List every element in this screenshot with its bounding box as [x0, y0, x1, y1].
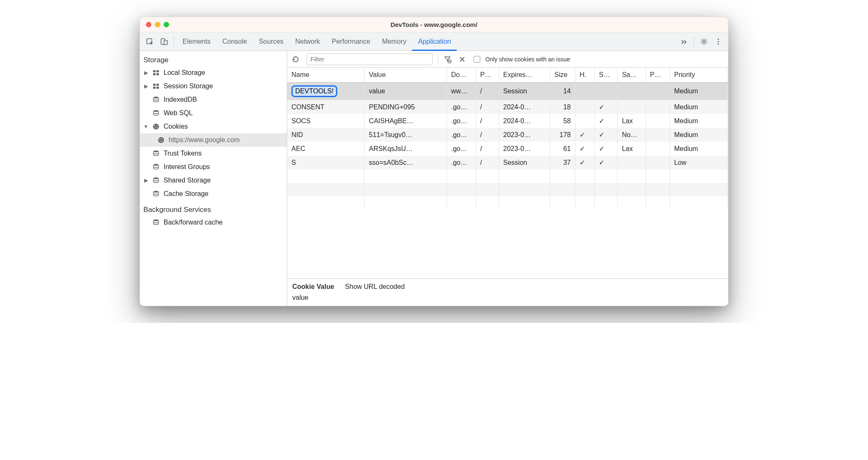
cell-path[interactable]: /: [476, 100, 499, 114]
sidebar-item-cookies[interactable]: ▼Cookies: [140, 120, 287, 133]
col-header[interactable]: Value: [365, 68, 447, 82]
cell-domain[interactable]: .go…: [447, 128, 476, 142]
cell-size[interactable]: 14: [550, 82, 575, 100]
cookie-name-edit[interactable]: DEVTOOLS!: [291, 85, 337, 97]
clear-all-icon[interactable]: [458, 56, 468, 63]
sidebar-item-indexeddb[interactable]: IndexedDB: [140, 93, 287, 106]
col-header[interactable]: Name: [287, 68, 365, 82]
cell-priority[interactable]: Medium: [670, 100, 728, 114]
cell-priority[interactable]: Medium: [670, 114, 728, 128]
cell-same[interactable]: [617, 100, 646, 114]
cell-secure[interactable]: ✓: [595, 114, 618, 128]
cell-secure[interactable]: [595, 82, 618, 100]
cell-expires[interactable]: Session: [499, 82, 550, 100]
col-header[interactable]: Sa…: [617, 68, 646, 82]
col-header[interactable]: Expires…: [499, 68, 550, 82]
table-row[interactable]: NID511=Tsugv0….go…/2023-0…178✓✓No…Medium: [287, 128, 728, 142]
table-row[interactable]: CONSENTPENDING+095.go…/2024-0…18✓Medium: [287, 100, 728, 114]
cell-path[interactable]: /: [476, 82, 499, 100]
cell-size[interactable]: 37: [550, 156, 575, 169]
cell-same[interactable]: [617, 82, 646, 100]
tab-elements[interactable]: Elements: [177, 32, 217, 51]
sidebar-item-https-www-google-com[interactable]: https://www.google.com: [140, 133, 287, 147]
cell-expires[interactable]: 2023-0…: [499, 128, 550, 142]
table-row[interactable]: SOCSCAISHAgBE….go…/2024-0…58✓LaxMedium: [287, 114, 728, 128]
cell-same[interactable]: No…: [617, 128, 646, 142]
cell-http[interactable]: [575, 82, 595, 100]
col-header[interactable]: S…: [595, 68, 618, 82]
cell-same[interactable]: Lax: [617, 142, 646, 156]
cell-value[interactable]: 511=Tsugv0…: [365, 128, 447, 142]
cell-value[interactable]: ARSKqsJsU…: [365, 142, 447, 156]
cell-expires[interactable]: 2024-0…: [499, 100, 550, 114]
table-row[interactable]: Ssso=sA0bSc….go…/Session37✓✓Low: [287, 156, 728, 169]
minimize-window-button[interactable]: [155, 22, 160, 27]
inspect-element-icon[interactable]: [143, 34, 157, 49]
cell-part[interactable]: [646, 114, 670, 128]
cell-path[interactable]: /: [476, 156, 499, 169]
cell-name[interactable]: CONSENT: [287, 100, 365, 114]
clear-filter-icon[interactable]: [443, 55, 453, 63]
zoom-window-button[interactable]: [164, 22, 169, 27]
cell-size[interactable]: 18: [550, 100, 575, 114]
col-header[interactable]: P…: [646, 68, 670, 82]
cell-name[interactable]: S: [287, 156, 365, 169]
cell-value[interactable]: CAISHAgBE…: [365, 114, 447, 128]
cell-part[interactable]: [646, 128, 670, 142]
device-toggle-icon[interactable]: [157, 34, 171, 49]
settings-gear-icon[interactable]: [697, 34, 711, 49]
cell-name[interactable]: DEVTOOLS!: [287, 82, 365, 100]
cell-same[interactable]: [617, 156, 646, 169]
more-tabs-chevron-icon[interactable]: [677, 34, 691, 49]
cell-value[interactable]: sso=sA0bSc…: [365, 156, 447, 169]
cell-name[interactable]: NID: [287, 128, 365, 142]
cell-http[interactable]: ✓: [575, 128, 595, 142]
cell-http[interactable]: [575, 114, 595, 128]
cell-value[interactable]: value: [365, 82, 447, 100]
cell-part[interactable]: [646, 100, 670, 114]
cell-path[interactable]: /: [476, 142, 499, 156]
cell-domain[interactable]: .go…: [447, 142, 476, 156]
tab-network[interactable]: Network: [289, 32, 326, 51]
col-header[interactable]: Size: [550, 68, 575, 82]
cell-same[interactable]: Lax: [617, 114, 646, 128]
col-header[interactable]: Priority: [670, 68, 728, 82]
cell-size[interactable]: 58: [550, 114, 575, 128]
cell-priority[interactable]: Medium: [670, 82, 728, 100]
cell-domain[interactable]: .go…: [447, 114, 476, 128]
cell-expires[interactable]: Session: [499, 156, 550, 169]
cell-http[interactable]: [575, 100, 595, 114]
sidebar-item-shared-storage[interactable]: ▶Shared Storage: [140, 174, 287, 187]
tab-application[interactable]: Application: [412, 32, 457, 51]
sidebar-item-cache-storage[interactable]: Cache Storage: [140, 187, 287, 201]
cell-priority[interactable]: Low: [670, 156, 728, 169]
only-issue-checkbox[interactable]: [474, 56, 480, 63]
cell-domain[interactable]: ww…: [447, 82, 476, 100]
table-row[interactable]: AECARSKqsJsU….go…/2023-0…61✓✓LaxMedium: [287, 142, 728, 156]
cell-name[interactable]: AEC: [287, 142, 365, 156]
cell-size[interactable]: 178: [550, 128, 575, 142]
cell-part[interactable]: [646, 142, 670, 156]
filter-input[interactable]: [307, 53, 433, 65]
cell-domain[interactable]: .go…: [447, 156, 476, 169]
kebab-menu-icon[interactable]: [711, 34, 725, 49]
close-window-button[interactable]: [146, 22, 151, 27]
cell-domain[interactable]: .go…: [447, 100, 476, 114]
cell-http[interactable]: ✓: [575, 156, 595, 169]
table-row[interactable]: DEVTOOLS!valueww…/Session14Medium: [287, 82, 728, 100]
cell-priority[interactable]: Medium: [670, 142, 728, 156]
cell-expires[interactable]: 2023-0…: [499, 142, 550, 156]
cell-part[interactable]: [646, 156, 670, 169]
cell-secure[interactable]: ✓: [595, 156, 618, 169]
cell-priority[interactable]: Medium: [670, 128, 728, 142]
sidebar-item-back-forward-cache[interactable]: Back/forward cache: [140, 216, 287, 229]
cell-path[interactable]: /: [476, 128, 499, 142]
sidebar-item-interest-groups[interactable]: Interest Groups: [140, 160, 287, 174]
sidebar-item-session-storage[interactable]: ▶Session Storage: [140, 79, 287, 93]
cell-expires[interactable]: 2024-0…: [499, 114, 550, 128]
cell-http[interactable]: ✓: [575, 142, 595, 156]
tab-console[interactable]: Console: [217, 32, 253, 51]
sidebar-item-local-storage[interactable]: ▶Local Storage: [140, 66, 287, 79]
cell-value[interactable]: PENDING+095: [365, 100, 447, 114]
tab-memory[interactable]: Memory: [376, 32, 412, 51]
